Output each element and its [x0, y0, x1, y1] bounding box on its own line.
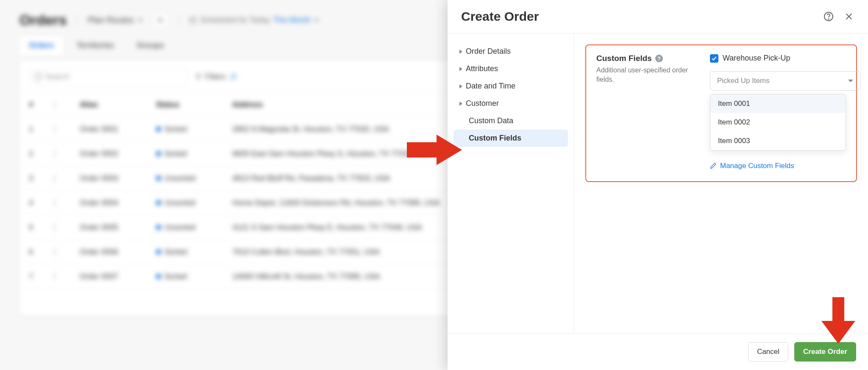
select-all-checkbox[interactable] — [54, 100, 55, 109]
cancel-button[interactable]: Cancel — [748, 342, 788, 362]
row-alias: Order 0003 — [80, 174, 156, 183]
select-placeholder: Picked Up Items — [717, 77, 770, 85]
row-status: Sorted — [164, 272, 187, 281]
row-number: 2 — [29, 149, 54, 158]
search-button[interactable] — [153, 13, 168, 28]
row-alias: Order 0001 — [80, 125, 156, 134]
plan-routes-label: Plan Routes — [88, 15, 134, 25]
row-checkbox[interactable] — [54, 223, 55, 232]
nav-date-time[interactable]: Date and Time — [453, 77, 568, 95]
nav-label: Customer — [466, 99, 499, 108]
page-title: Orders — [19, 12, 67, 28]
warehouse-pickup-checkbox[interactable] — [710, 54, 718, 63]
dropdown-item[interactable]: Item 0003 — [710, 132, 846, 150]
row-status: Sorted — [164, 248, 187, 256]
svg-point-9 — [828, 19, 829, 19]
row-address: Home Depot, 11820 Dickenson Rd, Houston,… — [232, 199, 453, 207]
col-status: Status — [156, 100, 232, 109]
tab-orders[interactable]: Orders — [19, 36, 63, 55]
svg-point-0 — [158, 18, 162, 22]
nav-custom-fields[interactable]: Custom Fields — [453, 130, 568, 147]
status-dot-icon — [156, 176, 161, 181]
chevron-right-icon — [459, 84, 462, 88]
search-placeholder: Search — [45, 72, 70, 81]
row-number: 7 — [29, 272, 54, 281]
row-status: Unsorted — [164, 223, 195, 232]
row-address: 4121 S Sam Houston Pkwy E, Houston, TX 7… — [232, 223, 453, 232]
chevron-right-icon — [459, 102, 462, 106]
row-alias: Order 0006 — [80, 248, 156, 257]
nav-customer[interactable]: Customer — [453, 95, 568, 112]
scheduled-period-link[interactable]: This Month — [273, 16, 311, 25]
nav-label: Custom Data — [469, 116, 513, 125]
row-alias: Order 0002 — [80, 149, 156, 158]
row-address: 14060 Hillcroft St, Houston, TX 77085, U… — [232, 272, 453, 281]
row-address: 9600 East Sam Houston Pkwy S, Houston, T… — [232, 149, 453, 158]
manage-custom-fields-link[interactable]: Manage Custom Fields — [710, 162, 846, 170]
section-title: Custom Fields — [596, 54, 652, 63]
tab-groups[interactable]: Groups — [128, 36, 173, 55]
row-checkbox[interactable] — [54, 247, 55, 257]
nav-order-details[interactable]: Order Details — [453, 43, 568, 60]
row-checkbox[interactable] — [54, 149, 55, 158]
row-address: 7610 Cullen Blvd, Houston, TX 77051, USA — [232, 248, 453, 257]
panel-nav: Order Details Attributes Date and Time C… — [448, 33, 574, 333]
row-checkbox[interactable] — [54, 174, 55, 183]
row-address: 4813 Red Bluff Rd, Pasadena, TX 77503, U… — [232, 174, 453, 183]
plan-routes-button[interactable]: Plan Routes — [88, 15, 143, 25]
row-status: Unsorted — [164, 174, 195, 182]
create-order-button[interactable]: Create Order — [794, 342, 856, 362]
row-number: 6 — [29, 248, 54, 257]
col-num: # — [29, 100, 54, 109]
panel-title: Create Order — [461, 9, 539, 24]
help-icon[interactable] — [823, 11, 834, 22]
filters-button[interactable]: Filters 0 — [195, 72, 238, 81]
nav-custom-data[interactable]: Custom Data — [453, 112, 568, 130]
col-alias: Alias — [80, 100, 156, 109]
chevron-right-icon — [459, 50, 462, 54]
row-checkbox[interactable] — [54, 272, 55, 281]
info-icon[interactable]: ? — [655, 55, 663, 62]
custom-fields-section: Custom Fields ? Additional user-specifie… — [585, 44, 857, 182]
create-order-panel: Create Order Order Details Attributes Da… — [448, 0, 868, 370]
row-alias: Order 0007 — [80, 272, 156, 281]
chevron-down-icon — [848, 80, 853, 82]
nav-attributes[interactable]: Attributes — [453, 60, 568, 77]
filters-count-badge: 0 — [229, 73, 238, 80]
svg-line-1 — [161, 21, 163, 22]
picked-up-items-select[interactable]: Picked Up Items — [710, 71, 860, 91]
panel-content: Custom Fields ? Additional user-specifie… — [574, 33, 868, 333]
picked-up-items-dropdown: Item 0001 Item 0002 Item 0003 — [710, 94, 846, 151]
warehouse-pickup-label: Warehouse Pick-Up — [723, 54, 790, 63]
tab-territories[interactable]: Territories — [67, 36, 123, 55]
chevron-down-icon — [314, 19, 319, 22]
svg-rect-2 — [190, 18, 196, 23]
panel-header: Create Order — [448, 0, 868, 33]
svg-marker-6 — [196, 75, 201, 80]
row-checkbox[interactable] — [54, 198, 55, 207]
dropdown-item[interactable]: Item 0002 — [710, 113, 846, 132]
search-input[interactable]: Search — [28, 68, 187, 86]
row-checkbox[interactable] — [54, 124, 55, 134]
scheduled-label: Scheduled for Today — [200, 16, 270, 25]
row-alias: Order 0005 — [80, 223, 156, 232]
status-dot-icon — [156, 249, 161, 254]
panel-footer: Cancel Create Order — [448, 333, 868, 370]
filters-label: Filters — [205, 72, 226, 81]
row-status: Sorted — [164, 149, 187, 158]
status-dot-icon — [156, 151, 161, 156]
close-icon[interactable] — [843, 11, 854, 22]
status-dot-icon — [156, 225, 161, 230]
row-alias: Order 0004 — [80, 199, 156, 207]
status-dot-icon — [156, 127, 161, 132]
dropdown-item[interactable]: Item 0001 — [710, 94, 846, 113]
row-address: 2802 N Magnolia St, Houston, TX 77020, U… — [232, 125, 453, 134]
manage-link-label: Manage Custom Fields — [720, 162, 794, 170]
status-dot-icon — [156, 200, 161, 205]
row-number: 3 — [29, 174, 54, 183]
row-status: Sorted — [164, 125, 187, 133]
col-address: Address — [232, 100, 453, 109]
nav-label: Order Details — [466, 47, 511, 56]
row-number: 5 — [29, 223, 54, 232]
chevron-right-icon — [459, 67, 462, 71]
